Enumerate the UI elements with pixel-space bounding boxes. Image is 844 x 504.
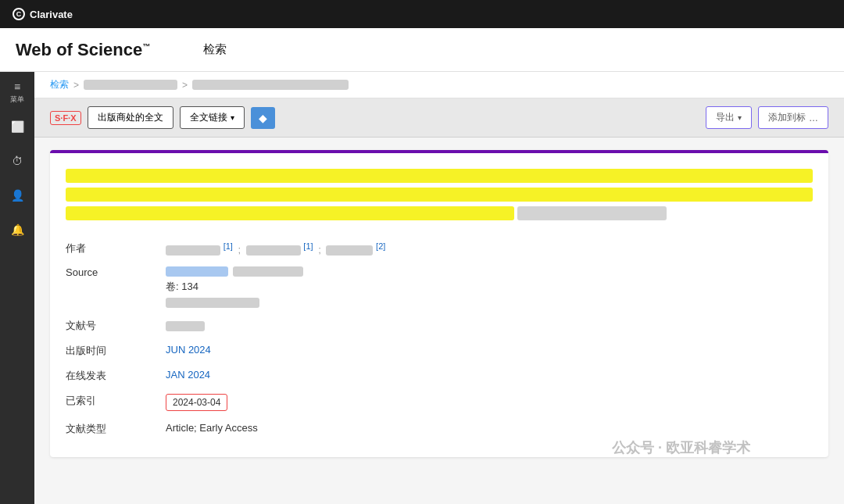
table-row: 文献类型 Article; Early Access — [66, 416, 813, 441]
table-row: 已索引 2024-03-04 — [66, 388, 813, 416]
field-value-indexed: 2024-03-04 — [159, 388, 813, 416]
field-value-source: 卷: 134 — [159, 261, 813, 313]
export-button[interactable]: 导出 ▾ — [706, 106, 752, 129]
user-icon: 👤 — [11, 189, 24, 202]
source-journal-name — [166, 266, 228, 277]
main-layout: ≡ 菜单 ⬜ ⏱ 👤 🔔 检索 > > S·F·X — [0, 72, 844, 504]
title-line-3a — [66, 206, 514, 220]
sidebar-item-label: 菜单 — [10, 95, 24, 105]
sfx-logo: S·F·X — [50, 111, 81, 125]
breadcrumb-search-link[interactable]: 检索 — [50, 78, 69, 91]
title-line-3b — [517, 206, 667, 220]
table-row: 文献号 — [66, 313, 813, 338]
author-3-affil: [2] — [376, 241, 385, 251]
metadata-table: 作者 [1] ; [1] ; [2] — [66, 236, 813, 441]
bell-icon: 🔔 — [11, 223, 24, 236]
add-ellipsis: … — [809, 113, 818, 123]
chevron-down-icon: ▾ — [231, 113, 234, 122]
breadcrumb-sep-2: > — [182, 80, 188, 91]
history-icon: ⏱ — [12, 155, 23, 167]
field-label-doctype: 文献类型 — [66, 416, 159, 441]
article-title-area — [66, 169, 813, 220]
table-row: Source 卷: 134 — [66, 261, 813, 313]
clarivate-logo-text: Clarivate — [30, 9, 73, 20]
folder-icon: ⬜ — [11, 120, 24, 133]
field-value-docnum — [159, 313, 813, 338]
wos-logo: Web of Science™ — [16, 40, 150, 60]
table-row: 在线发表 JAN 2024 — [66, 363, 813, 388]
add-to-list-button[interactable]: 添加到标 … — [758, 106, 828, 129]
field-value-authors: [1] ; [1] ; [2] — [159, 236, 813, 261]
source-issue-blurred — [166, 298, 259, 308]
field-label-docnum: 文献号 — [66, 313, 159, 338]
menu-icon: ≡ — [14, 80, 20, 93]
field-label-authors: 作者 — [66, 236, 159, 261]
title-line-1 — [66, 169, 813, 183]
breadcrumb-item-2 — [84, 80, 177, 90]
toolbar: S·F·X 出版商处的全文 全文链接 ▾ ◆ 导出 ▾ 添加到标 … — [34, 98, 844, 138]
source-volume: 卷: 134 — [166, 280, 806, 294]
indexed-date-badge: 2024-03-04 — [166, 394, 227, 411]
breadcrumb-sep-1: > — [73, 80, 79, 91]
nav-search-link[interactable]: 检索 — [203, 42, 227, 57]
table-row: 作者 [1] ; [1] ; [2] — [66, 236, 813, 261]
author-2-name — [246, 245, 301, 256]
field-label-pubdate: 出版时间 — [66, 338, 159, 363]
breadcrumb-item-3 — [192, 80, 349, 90]
author-1-affil: [1] — [224, 241, 233, 251]
source-journal-row — [166, 266, 806, 277]
main-content: 检索 > > S·F·X 出版商处的全文 全文链接 ▾ ◆ 导出 — [34, 72, 844, 504]
diamond-icon: ◆ — [259, 112, 267, 124]
breadcrumb: 检索 > > — [34, 72, 844, 98]
toolbar-right: 导出 ▾ 添加到标 … — [706, 106, 828, 129]
field-label-source: Source — [66, 261, 159, 313]
author-2-affil: [1] — [303, 241, 313, 251]
title-line-3-container — [66, 206, 813, 220]
field-value-doctype: Article; Early Access — [159, 416, 813, 441]
source-issue — [166, 296, 806, 308]
table-row: 出版时间 JUN 2024 — [66, 338, 813, 363]
sidebar-item-menu[interactable]: ≡ 菜单 — [3, 78, 31, 106]
field-value-online: JAN 2024 — [159, 363, 813, 388]
export-chevron-icon: ▾ — [738, 113, 742, 122]
title-line-2 — [66, 188, 813, 202]
site-header: Web of Science™ 检索 — [0, 28, 844, 72]
source-journal-abbr — [233, 266, 303, 277]
blue-action-button[interactable]: ◆ — [251, 107, 275, 129]
clarivate-logo-icon: C — [13, 8, 25, 20]
sidebar-item-user[interactable]: 👤 — [3, 181, 31, 209]
sidebar: ≡ 菜单 ⬜ ⏱ 👤 🔔 — [0, 72, 34, 504]
field-label-indexed: 已索引 — [66, 388, 159, 416]
sidebar-item-folder[interactable]: ⬜ — [3, 113, 31, 141]
sfx-label: S·F·X — [55, 113, 77, 123]
sidebar-item-notifications[interactable]: 🔔 — [3, 216, 31, 244]
author-1-name — [166, 245, 220, 256]
fulltext-link-button[interactable]: 全文链接 ▾ — [180, 106, 245, 129]
author-3-name — [326, 245, 373, 256]
article-card: 作者 [1] ; [1] ; [2] — [50, 150, 828, 457]
doc-number-blurred — [166, 321, 205, 331]
fulltext-button[interactable]: 出版商处的全文 — [88, 106, 173, 129]
clarivate-logo: C Clarivate — [13, 8, 73, 20]
field-value-pubdate: JUN 2024 — [159, 338, 813, 363]
top-navigation-bar: C Clarivate — [0, 0, 844, 28]
sidebar-item-history[interactable]: ⏱ — [3, 147, 31, 175]
field-label-online: 在线发表 — [66, 363, 159, 388]
